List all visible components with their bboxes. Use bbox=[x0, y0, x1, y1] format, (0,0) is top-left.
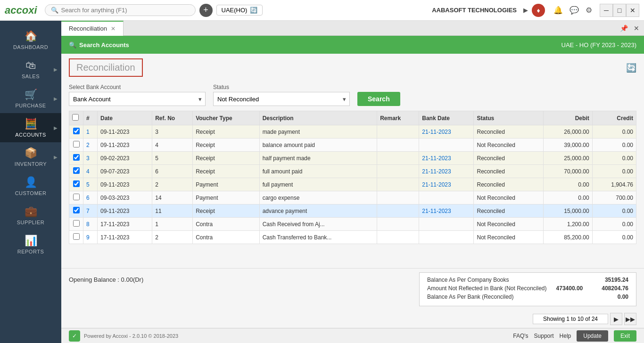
row-credit: 0.00 bbox=[592, 218, 636, 231]
close-window-button[interactable]: ✕ bbox=[626, 4, 639, 17]
sidebar-item-purchase[interactable]: 🛒 PURCHASE ▶ bbox=[0, 84, 61, 113]
table-row: 2 09-11-2023 4 Receipt balance amount pa… bbox=[69, 139, 636, 152]
sidebar: 🏠 DASHBOARD 🛍 SALES ▶ 🛒 PURCHASE ▶ 🧮 ACC… bbox=[0, 21, 61, 343]
table-row: 7 09-11-2023 11 Receipt advance payment … bbox=[69, 204, 636, 218]
window-controls: ─ □ ✕ bbox=[600, 4, 639, 17]
refresh-page-icon[interactable]: 🔄 bbox=[626, 63, 636, 73]
pagination-bar: Showing 1 to 10 of 24 ▶ ▶▶ bbox=[61, 310, 644, 328]
row-desc: balance amount paid bbox=[259, 139, 377, 152]
row-remark bbox=[377, 139, 419, 152]
row-checkbox[interactable] bbox=[73, 167, 80, 174]
company-arrow-icon: ▶ bbox=[523, 7, 528, 14]
row-checkbox[interactable] bbox=[73, 220, 80, 227]
row-voucher: Receipt bbox=[193, 125, 260, 139]
table-row: 3 09-02-2023 5 Receipt half payment made… bbox=[69, 152, 636, 165]
search-button[interactable]: Search bbox=[357, 92, 400, 106]
help-link[interactable]: Help bbox=[560, 333, 571, 339]
row-desc: Cash Transferred to Bank... bbox=[259, 231, 377, 244]
select-all-checkbox[interactable] bbox=[72, 114, 79, 121]
row-status: Not Reconciled bbox=[474, 191, 543, 204]
topbar-icons: 🔔 💬 ⚙ bbox=[553, 6, 592, 15]
row-checkbox-cell[interactable] bbox=[69, 165, 83, 178]
faq-link[interactable]: FAQ's bbox=[513, 333, 528, 339]
sidebar-item-inventory[interactable]: 📦 INVENTORY ▶ bbox=[0, 142, 61, 172]
row-checkbox[interactable] bbox=[73, 194, 80, 200]
row-bankdate bbox=[419, 191, 474, 204]
row-desc: cargo expense bbox=[259, 191, 377, 204]
refresh-icon[interactable]: 🔄 bbox=[250, 7, 257, 14]
last-page-button[interactable]: ▶▶ bbox=[624, 313, 636, 325]
sidebar-item-sales[interactable]: 🛍 SALES ▶ bbox=[0, 55, 61, 84]
settings-icon[interactable]: ⚙ bbox=[586, 6, 592, 15]
search-box[interactable]: 🔍 bbox=[45, 4, 196, 16]
sidebar-label-reports: REPORTS bbox=[17, 249, 44, 254]
sidebar-item-customer[interactable]: 👤 CUSTOMER bbox=[0, 172, 61, 201]
page-info: Showing 1 to 10 of 24 bbox=[533, 314, 608, 324]
row-ref: 3 bbox=[152, 125, 193, 139]
bell-icon[interactable]: 🔔 bbox=[553, 6, 563, 15]
row-num: 6 bbox=[83, 191, 98, 204]
row-voucher: Receipt bbox=[193, 139, 260, 152]
row-checkbox[interactable] bbox=[73, 128, 80, 134]
col-num: # bbox=[83, 111, 98, 125]
green-bar: 🔍 Search Accounts UAE - HO (FY 2023 - 20… bbox=[61, 36, 644, 54]
row-credit: 700.00 bbox=[592, 191, 636, 204]
row-checkbox[interactable] bbox=[73, 180, 80, 187]
purchase-icon: 🛒 bbox=[25, 89, 37, 101]
row-checkbox-cell[interactable] bbox=[69, 204, 83, 218]
row-desc: made payment bbox=[259, 125, 377, 139]
chat-icon[interactable]: 💬 bbox=[570, 6, 579, 15]
next-page-button[interactable]: ▶ bbox=[610, 313, 622, 325]
summary-row-not-reflected: Amount Not Reflected in Bank (Not Reconc… bbox=[427, 285, 628, 292]
close-tab-icon[interactable]: ✕ bbox=[632, 24, 641, 33]
maximize-button[interactable]: □ bbox=[613, 4, 626, 17]
exit-button[interactable]: Exit bbox=[614, 330, 636, 342]
customer-icon: 👤 bbox=[25, 176, 37, 188]
sidebar-item-dashboard[interactable]: 🏠 DASHBOARD bbox=[0, 25, 61, 55]
inventory-icon: 📦 bbox=[25, 147, 37, 159]
row-checkbox[interactable] bbox=[73, 154, 80, 161]
row-checkbox-cell[interactable] bbox=[69, 125, 83, 139]
row-checkbox-cell[interactable] bbox=[69, 139, 83, 152]
support-link[interactable]: Support bbox=[534, 333, 554, 339]
row-remark bbox=[377, 191, 419, 204]
row-num: 3 bbox=[83, 152, 98, 165]
row-desc: full amount paid bbox=[259, 165, 377, 178]
sidebar-item-supplier[interactable]: 💼 SUPPLIER bbox=[0, 201, 61, 230]
row-checkbox-cell[interactable] bbox=[69, 178, 83, 191]
row-checkbox[interactable] bbox=[73, 233, 80, 240]
balance-books-value: 35195.24 bbox=[605, 277, 628, 283]
bank-account-select[interactable]: Bank Account bbox=[69, 92, 206, 106]
page-title-area: Reconciliation 🔄 bbox=[61, 54, 644, 80]
sidebar-label-sales: SALES bbox=[22, 74, 40, 79]
sales-arrow-icon: ▶ bbox=[54, 67, 58, 72]
row-checkbox[interactable] bbox=[73, 207, 80, 213]
col-status: Status bbox=[474, 111, 543, 125]
balance-bank-value: 0.00 bbox=[618, 294, 628, 300]
tab-close-icon[interactable]: ✕ bbox=[111, 25, 116, 32]
row-checkbox-cell[interactable] bbox=[69, 191, 83, 204]
row-checkbox-cell[interactable] bbox=[69, 218, 83, 231]
sidebar-item-accounts[interactable]: 🧮 ACCOUNTS ▶ bbox=[0, 113, 61, 142]
not-reflected-label: Amount Not Reflected in Bank (Not Reconc… bbox=[427, 285, 546, 292]
tab-reconciliation[interactable]: Reconciliation ✕ bbox=[61, 21, 124, 36]
company-badge[interactable]: UAE(HO) 🔄 bbox=[216, 5, 263, 16]
row-bankdate bbox=[419, 231, 474, 244]
minimize-button[interactable]: ─ bbox=[600, 4, 613, 17]
row-checkbox-cell[interactable] bbox=[69, 152, 83, 165]
row-credit: 0.00 bbox=[592, 152, 636, 165]
add-button[interactable]: + bbox=[199, 4, 213, 17]
footer-bar: ✓ Powered by Accoxi - 2.0.10 © 2018-2023… bbox=[61, 328, 644, 343]
row-checkbox[interactable] bbox=[73, 141, 80, 147]
row-ref: 11 bbox=[152, 204, 193, 218]
status-select[interactable]: Not Reconciled bbox=[213, 92, 350, 106]
search-input[interactable] bbox=[61, 7, 190, 14]
row-debit: 26,000.00 bbox=[543, 125, 592, 139]
sidebar-item-reports[interactable]: 📊 REPORTS bbox=[0, 230, 61, 259]
row-checkbox-cell[interactable] bbox=[69, 231, 83, 244]
row-desc: Cash Received from Aj... bbox=[259, 218, 377, 231]
pin-icon[interactable]: 📌 bbox=[618, 24, 630, 33]
dashboard-icon: 🏠 bbox=[25, 30, 37, 42]
row-num: 9 bbox=[83, 231, 98, 244]
update-button[interactable]: Update bbox=[577, 330, 608, 342]
